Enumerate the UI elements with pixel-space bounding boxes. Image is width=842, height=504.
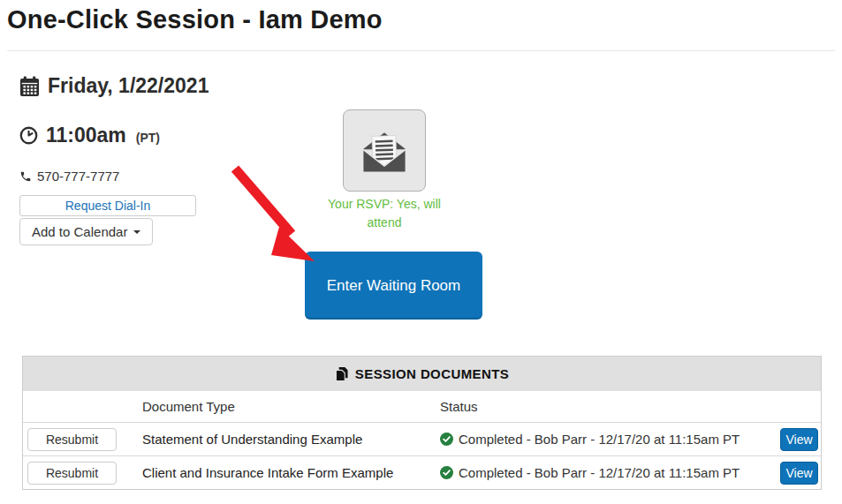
document-type-cell: Statement of Understanding Example [142, 432, 440, 447]
add-to-calendar-label: Add to Calendar [32, 224, 127, 239]
view-button[interactable]: View [780, 428, 818, 451]
session-timezone: (PT) [136, 131, 160, 145]
table-row: Resubmit Client and Insurance Intake For… [23, 455, 821, 489]
session-documents-table: SESSION DOCUMENTS Document Type Status R… [22, 356, 822, 490]
red-arrow-icon [223, 162, 322, 266]
session-phone: 570-777-7777 [37, 169, 119, 184]
documents-icon [335, 367, 348, 381]
column-header-document-type: Document Type [142, 399, 440, 414]
session-time-row: 11:00am (PT) [19, 124, 160, 147]
clock-icon [19, 126, 38, 145]
status-text: Completed - Bob Parr - 12/17/20 at 11:15… [459, 465, 740, 480]
session-page: One-Click Session - Iam Demo Friday, 1/2… [0, 0, 842, 504]
request-dial-in-button[interactable]: Request Dial-In [19, 195, 196, 216]
table-header-title: SESSION DOCUMENTS [355, 366, 509, 381]
calendar-icon [19, 76, 40, 97]
session-time: 11:00am [46, 124, 126, 147]
column-header-status: Status [440, 399, 762, 414]
page-title: One-Click Session - Iam Demo [7, 5, 383, 34]
table-header: SESSION DOCUMENTS [23, 357, 821, 391]
status-cell: Completed - Bob Parr - 12/17/20 at 11:15… [440, 432, 762, 447]
status-text: Completed - Bob Parr - 12/17/20 at 11:15… [459, 432, 740, 447]
enter-waiting-room-button[interactable]: Enter Waiting Room [305, 252, 482, 320]
caret-down-icon [133, 230, 140, 234]
session-date: Friday, 1/22/2021 [48, 74, 209, 98]
table-column-headers: Document Type Status [23, 391, 821, 422]
add-to-calendar-button[interactable]: Add to Calendar [19, 218, 153, 245]
check-circle-icon [440, 433, 453, 446]
envelope-open-icon [359, 127, 410, 175]
view-button[interactable]: View [780, 462, 818, 485]
resubmit-button[interactable]: Resubmit [27, 428, 117, 451]
resubmit-button[interactable]: Resubmit [27, 462, 117, 485]
status-cell: Completed - Bob Parr - 12/17/20 at 11:15… [440, 465, 762, 480]
table-row: Resubmit Statement of Understanding Exam… [23, 422, 821, 455]
check-circle-icon [440, 466, 453, 479]
session-phone-row: 570-777-7777 [19, 169, 119, 184]
document-type-cell: Client and Insurance Intake Form Example [142, 465, 440, 480]
rsvp-envelope-button[interactable] [343, 109, 426, 192]
rsvp-status-text: Your RSVP: Yes, will attend [327, 195, 442, 232]
title-divider [7, 50, 835, 51]
session-date-row: Friday, 1/22/2021 [19, 74, 209, 98]
phone-icon [19, 170, 32, 183]
